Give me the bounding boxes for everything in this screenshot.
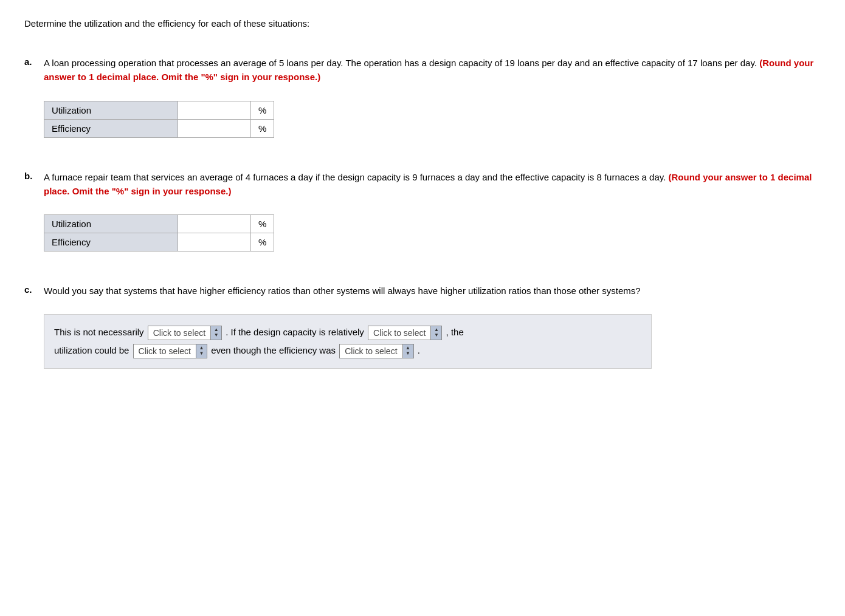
- sentence-part5: .: [418, 345, 420, 355]
- efficiency-input-cell-a: [178, 119, 251, 137]
- question-a-block: a. A loan processing operation that proc…: [24, 56, 821, 138]
- sentence-part1: This is not necessarily: [54, 327, 144, 337]
- dropdown-1[interactable]: Click to select ▲▼: [148, 326, 222, 340]
- dropdown-1-label: Click to select: [148, 326, 210, 340]
- utilization-input-b[interactable]: [185, 219, 243, 229]
- question-b-text-plain: A furnace repair team that services an a…: [44, 172, 666, 182]
- utilization-input-cell-a: [178, 101, 251, 119]
- table-row: Utilization %: [44, 101, 274, 119]
- question-c-text: Would you say that systems that have hig…: [44, 286, 641, 296]
- question-c-answer-block: This is not necessarily Click to select …: [44, 314, 652, 369]
- dropdown-3[interactable]: Click to select ▲▼: [133, 344, 207, 358]
- efficiency-input-b[interactable]: [185, 237, 243, 247]
- sentence-part4: even though the efficiency was: [211, 345, 336, 355]
- sentence-part3: , the: [446, 327, 464, 337]
- sentence-part2: . If the design capacity is relatively: [226, 327, 364, 337]
- efficiency-label-a: Efficiency: [44, 119, 178, 137]
- efficiency-unit-a: %: [251, 119, 274, 137]
- dropdown-1-arrow: ▲▼: [210, 326, 221, 340]
- efficiency-unit-b: %: [251, 233, 274, 252]
- question-a-label: a.: [24, 56, 44, 67]
- efficiency-label-b: Efficiency: [44, 233, 178, 252]
- dropdown-4[interactable]: Click to select ▲▼: [339, 344, 413, 358]
- efficiency-input-a[interactable]: [185, 123, 243, 134]
- utilization-input-a[interactable]: [185, 105, 243, 115]
- question-b-block: b. A furnace repair team that services a…: [24, 170, 821, 252]
- question-a-table: Utilization % Efficiency %: [44, 101, 274, 138]
- question-c-content: Would you say that systems that have hig…: [44, 284, 821, 298]
- dropdown-2-arrow: ▲▼: [430, 326, 441, 340]
- dropdown-4-arrow: ▲▼: [402, 344, 413, 358]
- sentence-part3b: utilization could be: [54, 345, 129, 355]
- dropdown-2-label: Click to select: [368, 326, 430, 340]
- utilization-unit-b: %: [251, 215, 274, 233]
- dropdown-2[interactable]: Click to select ▲▼: [368, 326, 442, 340]
- utilization-label-a: Utilization: [44, 101, 178, 119]
- efficiency-input-cell-b: [178, 233, 251, 252]
- utilization-input-cell-b: [178, 215, 251, 233]
- question-a-text-plain: A loan processing operation that process…: [44, 58, 757, 68]
- intro-text: Determine the utilization and the effici…: [24, 18, 821, 29]
- dropdown-3-label: Click to select: [134, 344, 196, 358]
- question-b-table: Utilization % Efficiency %: [44, 214, 274, 252]
- question-a-content: A loan processing operation that process…: [44, 56, 821, 84]
- table-row: Efficiency %: [44, 233, 274, 252]
- question-c-label: c.: [24, 284, 44, 295]
- question-a-table-wrapper: Utilization % Efficiency %: [44, 101, 821, 138]
- utilization-label-b: Utilization: [44, 215, 178, 233]
- question-b-table-wrapper: Utilization % Efficiency %: [44, 214, 821, 252]
- question-c-block: c. Would you say that systems that have …: [24, 284, 821, 369]
- table-row: Utilization %: [44, 215, 274, 233]
- question-b-label: b.: [24, 170, 44, 181]
- question-b-content: A furnace repair team that services an a…: [44, 170, 821, 199]
- utilization-unit-a: %: [251, 101, 274, 119]
- dropdown-3-arrow: ▲▼: [196, 344, 207, 358]
- dropdown-4-label: Click to select: [340, 344, 402, 358]
- table-row: Efficiency %: [44, 119, 274, 137]
